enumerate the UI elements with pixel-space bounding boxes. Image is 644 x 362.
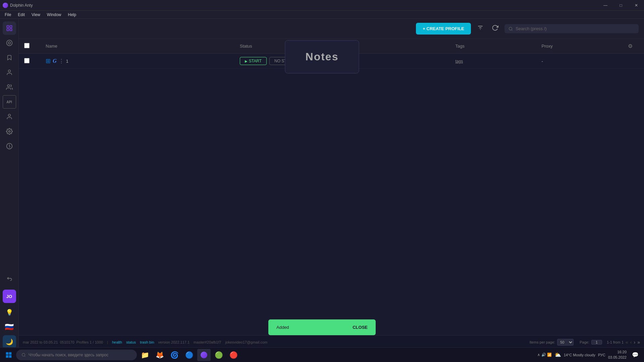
taskbar-app-anty[interactable]: [197, 349, 211, 361]
svg-rect-2: [7, 29, 9, 31]
filter-button[interactable]: [475, 22, 486, 35]
tray-icons: 🔊 📶: [541, 353, 552, 357]
status-link[interactable]: status: [126, 340, 136, 344]
svg-point-5: [8, 42, 10, 44]
language-indicator[interactable]: РУС: [598, 353, 605, 357]
menu-file[interactable]: File: [1, 11, 14, 19]
close-button[interactable]: ✕: [629, 0, 644, 11]
toast-notification: Added CLOSE: [268, 319, 376, 335]
menu-help[interactable]: Help: [65, 11, 80, 19]
svg-rect-18: [6, 352, 9, 355]
search-icon: [508, 26, 513, 31]
windows-start-button[interactable]: [3, 350, 15, 360]
tray-area: ∧ 🔊 📶: [537, 353, 552, 357]
row-settings-cell: [623, 54, 644, 69]
svg-point-4: [6, 40, 12, 46]
sidebar-item-api[interactable]: API: [3, 95, 16, 109]
main-layout: API JO 💡 🇷🇺 🌙: [0, 19, 644, 349]
row-checkbox-cell: [19, 54, 40, 69]
start-button[interactable]: ▶ START: [240, 57, 267, 65]
app-icon: [3, 3, 8, 8]
row-proxy-cell: -: [536, 54, 623, 69]
light-icon[interactable]: 💡: [3, 306, 16, 319]
first-page-button[interactable]: «: [626, 340, 628, 345]
google-icon: G: [53, 58, 57, 64]
content-area: + CREATE PROFILE Notes: [19, 19, 644, 349]
trash-bin-link[interactable]: trash bin: [140, 340, 154, 344]
page-label: Page:: [580, 340, 589, 344]
taskbar-app-chrome3[interactable]: 🔴: [227, 349, 240, 361]
table-settings-button[interactable]: ⚙: [628, 43, 633, 49]
header-name: Name: [40, 39, 213, 54]
select-all-checkbox[interactable]: [24, 43, 30, 48]
profile-menu-button[interactable]: ⋮: [59, 58, 64, 64]
header-checkbox-col: [19, 39, 40, 54]
flag-icon[interactable]: 🇷🇺: [3, 320, 16, 334]
minimize-button[interactable]: —: [598, 0, 613, 11]
maximize-button[interactable]: □: [613, 0, 629, 11]
items-per-page-select[interactable]: 50 100 200: [557, 339, 574, 346]
search-input[interactable]: [516, 26, 635, 31]
svg-point-16: [509, 27, 512, 30]
sidebar-item-bookmarks[interactable]: [3, 51, 16, 64]
toast-close-button[interactable]: CLOSE: [353, 325, 368, 330]
taskbar-app-explorer[interactable]: 📁: [138, 349, 152, 361]
taskbar-search-input[interactable]: [29, 353, 131, 357]
taskbar-app-chrome2[interactable]: 🟢: [212, 349, 225, 361]
windows-taskbar: 📁 🦊 🌀 🔵 🟢 🔴 ∧ 🔊 📶 ⛅ 14°C Mostly cloudy Р…: [0, 347, 644, 362]
tray-arrow[interactable]: ∧: [537, 353, 540, 357]
sidebar-item-export[interactable]: [3, 272, 16, 286]
toast-message: Added: [276, 325, 289, 330]
statusbar-user: jokesvideo17@gmail.com: [225, 340, 268, 344]
taskbar-app-firefox[interactable]: 🦊: [153, 349, 166, 361]
header-proxy: Proxy: [536, 39, 623, 54]
user-avatar[interactable]: JO: [3, 290, 16, 303]
statusbar-version: version 2022.117.1: [158, 340, 190, 344]
notification-button[interactable]: 💬: [629, 350, 641, 359]
play-icon: ▶: [245, 59, 248, 63]
row-checkbox[interactable]: [24, 58, 30, 63]
taskbar-app-chrome[interactable]: 🔵: [182, 349, 196, 361]
app-title: Dolphin Anty: [10, 3, 33, 8]
next-page-button[interactable]: ›: [634, 340, 636, 345]
svg-point-9: [8, 131, 10, 132]
tags-link[interactable]: tags: [455, 59, 463, 64]
page-input[interactable]: [591, 340, 602, 345]
health-link[interactable]: health: [112, 340, 122, 344]
search-bar: [504, 24, 639, 33]
row-action-cell: [213, 54, 234, 69]
moon-icon[interactable]: 🌙: [3, 335, 16, 349]
profile-icons: ⊞ G ⋮ 1: [46, 57, 207, 65]
header-actions-col: [213, 39, 234, 54]
sidebar-item-user[interactable]: [3, 110, 16, 123]
sidebar-item-billing[interactable]: [3, 139, 16, 153]
table-container: Notes Name Status Notes Tags Proxy: [19, 39, 644, 335]
taskbar-time-value: 16:20: [608, 350, 627, 355]
page-info: 1-1 from 1: [607, 340, 624, 344]
sidebar-item-contacts[interactable]: [3, 66, 16, 79]
svg-rect-20: [6, 355, 9, 358]
menu-view[interactable]: View: [28, 11, 44, 19]
svg-point-22: [22, 353, 25, 356]
menu-edit[interactable]: Edit: [14, 11, 28, 19]
create-profile-button[interactable]: + CREATE PROFILE: [416, 23, 471, 35]
weather-icon: ⛅: [554, 352, 561, 358]
sidebar-item-profiles[interactable]: [3, 21, 16, 35]
sidebar-item-team[interactable]: [3, 80, 16, 94]
menu-window[interactable]: Window: [44, 11, 65, 19]
statusbar-branch: master#20afb1f7: [194, 340, 221, 344]
sidebar-item-settings[interactable]: [3, 125, 16, 138]
window-controls: — □ ✕: [598, 0, 644, 11]
sidebar-item-proxies[interactable]: [3, 36, 16, 50]
page-navigation: « ‹ › »: [626, 340, 640, 345]
taskbar-app-edge[interactable]: 🌀: [168, 349, 181, 361]
svg-rect-3: [10, 29, 12, 31]
svg-point-6: [8, 70, 10, 72]
refresh-button[interactable]: [490, 22, 500, 35]
taskbar-date-value: 03.05.2022: [608, 355, 627, 360]
last-page-button[interactable]: »: [637, 340, 640, 345]
profile-name: 1: [66, 59, 68, 64]
prev-page-button[interactable]: ‹: [630, 340, 632, 345]
weather-text: 14°C Mostly cloudy: [564, 353, 595, 357]
items-per-page-label: Items per page:: [530, 340, 555, 344]
